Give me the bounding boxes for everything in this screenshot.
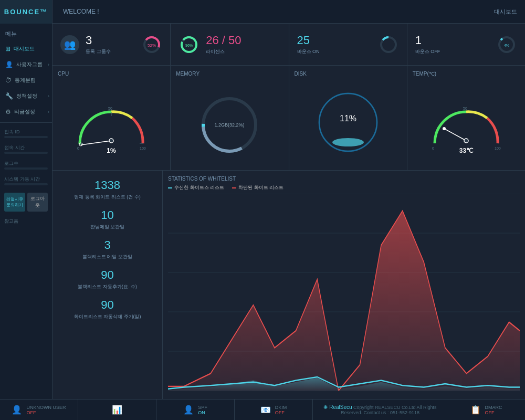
dashboard-icon: ⊞ <box>5 45 10 52</box>
whitelist-count: 1338 현재 등록 화이트 리스트 (건 수) <box>60 178 154 201</box>
svg-text:0: 0 <box>432 146 434 150</box>
cpu-gauge: CPU 0 50 100 <box>52 66 171 170</box>
memory-content: 1.2GB(32.2%) <box>176 79 283 165</box>
sidebar-info-id: 접속 ID <box>0 125 52 141</box>
legend-label: 차단된 화이트 리스트 <box>238 184 284 191</box>
chevron-right-icon: › <box>48 62 49 67</box>
svg-point-34 <box>443 127 446 130</box>
stat-label: 판님메일 보관일 <box>60 224 154 230</box>
footer-brand: ❋ RealSecu Copyright REALSECU Co.Ltd All… <box>313 404 447 415</box>
disk-gauge: DISK 11% <box>289 66 407 170</box>
spf-status: ON <box>198 410 207 415</box>
chevron-right-icon: › <box>48 93 49 99</box>
footer-dmarc-text: DMARC OFF <box>485 405 502 415</box>
legend-label: 수신한 화이트스 리스트 <box>174 184 224 191</box>
blacklist-auto: 90 블랙리스트 자동추가(요. 수) <box>60 268 154 290</box>
dkim-status: OFF <box>275 410 287 415</box>
svg-text:33℃: 33℃ <box>459 147 474 154</box>
sidebar-item-billing[interactable]: ⚙ 티금설정 › <box>0 104 52 120</box>
stat-text: 1 바운스 OFF <box>415 34 490 55</box>
header: BOUNCE™ WELCOME ! 대시보드 <box>0 0 525 24</box>
footer-unknown-text: UNKNOWN USER OFF <box>26 405 66 415</box>
license-donut: 96% <box>178 34 200 55</box>
chart-title: STATISTICS OF WHITELIST <box>168 176 520 182</box>
stat-groups: 👥 3 등록 그룹수 52% <box>52 24 171 65</box>
gauges-row: CPU 0 50 100 <box>52 66 525 171</box>
dmarc-status: OFF <box>485 410 502 415</box>
stat-license: 96% 26 / 50 라이센스 <box>171 24 289 65</box>
stat-text: 26 / 50 라이센스 <box>206 34 280 55</box>
stat-label: 현재 등록 화이트 리스트 (건 수) <box>60 194 154 201</box>
menu-label: 메뉴 <box>0 24 52 41</box>
users-icon: 👤 <box>5 61 13 68</box>
mail-days: 10 판님메일 보관일 <box>60 208 154 230</box>
svg-text:1.2GB(32.2%): 1.2GB(32.2%) <box>215 122 245 128</box>
footer-dkim: 📧 DKIM OFF <box>235 400 313 420</box>
svg-text:100: 100 <box>140 146 146 150</box>
stat-label: 블랙리스트 메일 보관일 <box>60 254 154 260</box>
svg-text:50: 50 <box>463 107 467 110</box>
sidebar-item-users[interactable]: 👤 사용자그룹 › <box>0 57 52 72</box>
info-value <box>4 152 48 154</box>
divider <box>0 122 52 123</box>
note-label: 참고음 <box>0 216 52 227</box>
stats-icon: ⏱ <box>5 77 12 84</box>
logo: BOUNCE™ <box>0 0 52 24</box>
sidebar-item-dashboard[interactable]: ⊞ 대시보드 <box>0 41 52 57</box>
stat-text: 3 등록 그룹수 <box>86 34 135 55</box>
whitelist-chart: 15 10 5 1 0 <box>168 194 520 391</box>
dkim-icon: 📧 <box>260 405 271 415</box>
license-number: 26 / 50 <box>206 34 280 47</box>
stat-text: 25 바운스 ON <box>297 34 372 55</box>
memory-gauge: MEMORY 1.2GB(32.2%) <box>171 66 289 170</box>
unknown-status: OFF <box>26 410 66 415</box>
stat-bounce-off: 1 바운스 OFF 4% <box>407 24 525 65</box>
svg-text:50: 50 <box>108 107 112 110</box>
stat-bounce-on: 25 바운스 ON <box>289 24 407 65</box>
left-stats: 1338 현재 등록 화이트 리스트 (건 수) 10 판님메일 보관일 3 블… <box>52 171 163 399</box>
sidebar-item-label: 티금설정 <box>14 108 35 116</box>
license-label: 라이센스 <box>206 48 280 55</box>
sidebar-item-label: 사용자그룹 <box>16 61 43 68</box>
dashboard-link[interactable]: 대시보드 <box>494 8 517 16</box>
svg-point-33 <box>464 139 468 143</box>
bounce-on-donut <box>378 34 399 55</box>
realsecu-button[interactable]: 리얼시큐 문의하기 <box>4 193 25 212</box>
bounce-off-label: 바운스 OFF <box>415 48 490 55</box>
groups-number: 3 <box>86 34 135 47</box>
disk-title: DISK <box>295 71 402 77</box>
sidebar-item-policy[interactable]: 🔧 정책설정 › <box>0 88 52 104</box>
bottom-row: 1338 현재 등록 화이트 리스트 (건 수) 10 판님메일 보관일 3 블… <box>52 171 525 399</box>
sidebar-item-stats[interactable]: ⏱ 통계분림 <box>0 72 52 88</box>
info-value <box>4 136 48 138</box>
disk-content: 11% <box>295 79 402 165</box>
footer-copyright: ❋ RealSecu Copyright REALSECU Co.Ltd All… <box>313 404 447 415</box>
sidebar: 메뉴 ⊞ 대시보드 👤 사용자그룹 › ⏱ 통계분림 🔧 정책설정 › ⚙ 티금… <box>0 24 52 399</box>
svg-line-17 <box>81 141 111 145</box>
stat-number: 1338 <box>60 178 154 192</box>
footer-dmarc: 📋 DMARC OFF <box>447 400 525 420</box>
info-value <box>4 167 48 170</box>
sidebar-info-time: 접속 시간 <box>0 141 52 157</box>
info-label: 로그수 <box>4 160 48 167</box>
info-label: 시스템 가동 시간 <box>4 176 48 183</box>
legend-red: 차단된 화이트 리스트 <box>232 184 284 191</box>
svg-text:4%: 4% <box>504 44 509 47</box>
cpu-content: 0 50 100 1% <box>58 79 165 165</box>
footer: 👤 UNKNOWN USER OFF 📊 👤 SPF ON 📧 DKIM OFF… <box>0 399 525 420</box>
bounce-off-donut: 4% <box>496 34 517 55</box>
stat-label: 화이트리스트 자동삭제 주기(일) <box>60 313 154 320</box>
footer-unknown-user: 👤 UNKNOWN USER OFF <box>0 400 78 420</box>
legend-cyan: 수신한 화이트스 리스트 <box>168 184 224 191</box>
logout-button[interactable]: 로그아웃 <box>27 193 48 212</box>
svg-point-27 <box>332 138 364 146</box>
whitelist-auto-del: 90 화이트리스트 자동삭제 주기(일) <box>60 298 154 320</box>
svg-text:11%: 11% <box>340 114 356 123</box>
unknown-label: UNKNOWN USER <box>26 405 66 410</box>
groups-label: 등록 그룹수 <box>86 48 135 55</box>
legend-dot-red <box>232 187 236 188</box>
user-icon: 👤 <box>12 405 22 415</box>
svg-text:1%: 1% <box>107 147 116 154</box>
svg-text:100: 100 <box>495 146 501 150</box>
info-label: 접속 시간 <box>4 144 48 151</box>
